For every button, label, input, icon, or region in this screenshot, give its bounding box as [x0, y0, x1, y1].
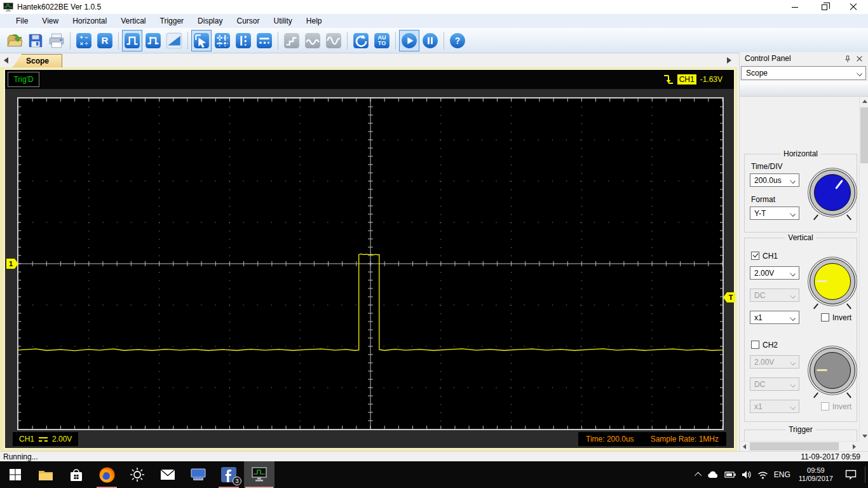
run-button[interactable] — [400, 30, 419, 51]
facebook-button[interactable]: 3 — [214, 461, 244, 488]
knob-indicator — [817, 370, 827, 372]
ch1-enable-checkbox[interactable] — [751, 252, 759, 260]
cursor-tool-button[interactable] — [192, 30, 211, 51]
tray-overflow-chevron-icon[interactable] — [695, 472, 702, 479]
battery-icon[interactable] — [724, 471, 736, 478]
scroll-down-button[interactable] — [860, 431, 868, 441]
close-button[interactable] — [839, 0, 868, 14]
file-explorer-button[interactable] — [31, 461, 61, 488]
ch1-position-knob[interactable] — [810, 259, 855, 304]
close-panel-button[interactable] — [855, 54, 864, 64]
menu-utility[interactable]: Utility — [266, 14, 299, 28]
chevron-down-icon — [857, 71, 862, 76]
format-label: Format — [751, 195, 775, 204]
menu-cursor[interactable]: Cursor — [229, 14, 266, 28]
start-button[interactable] — [0, 461, 31, 488]
menu-file[interactable]: File — [9, 14, 35, 28]
panel-horizontal-scrollbar[interactable] — [740, 441, 859, 451]
trigger-level-marker[interactable]: T — [723, 292, 735, 302]
pause-button[interactable] — [421, 30, 440, 51]
remote-desktop-button[interactable] — [183, 461, 214, 488]
scroll-left-button[interactable] — [740, 442, 749, 451]
taskbar-clock[interactable]: 09:59 11/09/2017 — [799, 466, 833, 483]
scroll-right-button[interactable] — [850, 442, 859, 451]
vertical-cursors-button[interactable] — [234, 30, 253, 51]
vertical-group-title: Vertical — [785, 233, 816, 242]
zigzag-wave-button[interactable] — [303, 30, 322, 51]
up-arrow-icon — [862, 100, 867, 103]
ch1-probe-select[interactable]: x1 — [750, 311, 799, 324]
hantek-app-button[interactable] — [244, 461, 275, 488]
menu-view[interactable]: View — [35, 14, 65, 28]
ch2-coupling-select[interactable]: DC — [750, 377, 799, 391]
scroll-up-button[interactable] — [860, 97, 868, 106]
minimize-button[interactable] — [780, 0, 810, 14]
menu-horizontal[interactable]: Horizontal — [65, 14, 114, 28]
toolbar-separator — [444, 32, 444, 50]
digital-mode-button[interactable] — [144, 30, 163, 51]
horizontal-position-knob[interactable] — [810, 170, 855, 215]
ch1-invert-checkbox[interactable] — [821, 313, 829, 322]
open-button[interactable] — [5, 30, 24, 51]
auto-set-button[interactable]: AUTO — [372, 30, 391, 51]
help-button[interactable]: ? — [448, 30, 467, 51]
mail-envelope-icon — [159, 466, 176, 483]
ch1-coupling-select[interactable]: DC — [750, 288, 799, 302]
store-button[interactable] — [61, 461, 92, 488]
ch2-enable-checkbox[interactable] — [751, 341, 759, 349]
speaker-icon[interactable] — [742, 470, 752, 479]
ch2-volts-select[interactable]: 2.00V — [750, 355, 799, 369]
file-explorer-icon — [37, 466, 54, 483]
weather-sun-button[interactable] — [122, 461, 153, 488]
firefox-icon — [98, 466, 116, 484]
language-indicator[interactable]: ENG — [774, 470, 790, 479]
tab-scroll-right-button[interactable] — [725, 56, 733, 65]
toolbar-separator — [278, 32, 278, 50]
ch1-volts-select[interactable]: 2.00V — [750, 266, 799, 280]
horizontal-cursors-button[interactable] — [255, 30, 274, 51]
show-desktop-divider[interactable] — [865, 466, 865, 483]
mail-button[interactable] — [153, 461, 183, 488]
ch2-position-knob[interactable] — [810, 348, 855, 393]
menu-help[interactable]: Help — [299, 14, 329, 28]
panel-vertical-scrollbar[interactable] — [859, 97, 868, 441]
horizontal-group-title: Horizontal — [780, 149, 821, 158]
ramp-mode-button[interactable] — [165, 30, 184, 51]
left-arrow-icon — [4, 57, 8, 64]
tab-scroll-left-button[interactable] — [2, 56, 10, 65]
chevron-down-icon — [790, 178, 796, 184]
wifi-icon[interactable] — [757, 471, 768, 479]
vertical-scroll-thumb[interactable] — [860, 107, 868, 163]
timediv-select[interactable]: 200.0us — [750, 173, 799, 187]
pin-panel-button[interactable] — [843, 54, 852, 64]
menu-bar: File View Horizontal Vertical Trigger Di… — [0, 14, 868, 28]
ch2-probe-select[interactable]: x1 — [750, 400, 799, 413]
firefox-button[interactable] — [92, 461, 122, 488]
reference-button[interactable]: R — [95, 30, 114, 51]
ch2-invert-checkbox[interactable] — [821, 402, 829, 410]
chevron-down-icon — [790, 315, 796, 321]
tab-scope[interactable]: Scope — [13, 54, 62, 67]
refresh-button[interactable] — [351, 30, 370, 51]
windows-logo-icon — [9, 468, 22, 481]
print-button[interactable] — [47, 30, 66, 51]
panel-mode-select[interactable]: Scope — [741, 66, 866, 80]
horizontal-scroll-thumb[interactable] — [750, 442, 839, 451]
action-center-icon[interactable] — [845, 470, 857, 480]
sine-wave-button[interactable] — [324, 30, 343, 51]
restore-button[interactable] — [810, 0, 839, 14]
menu-display[interactable]: Display — [191, 14, 229, 28]
grid-tool-button[interactable] — [213, 30, 232, 51]
computer-icon — [190, 466, 207, 483]
onedrive-cloud-icon[interactable] — [707, 471, 719, 478]
vertical-cursors-icon — [235, 32, 252, 49]
format-select[interactable]: Y-T — [750, 207, 799, 220]
step-wave-button[interactable] — [282, 30, 301, 51]
math-button[interactable]: + −× ÷ — [74, 30, 93, 51]
pause-icon — [422, 32, 438, 49]
menu-trigger[interactable]: Trigger — [153, 14, 191, 28]
sun-icon — [129, 466, 146, 483]
scope-mode-button[interactable] — [123, 30, 142, 51]
save-button[interactable] — [26, 30, 45, 51]
menu-vertical[interactable]: Vertical — [114, 14, 153, 28]
